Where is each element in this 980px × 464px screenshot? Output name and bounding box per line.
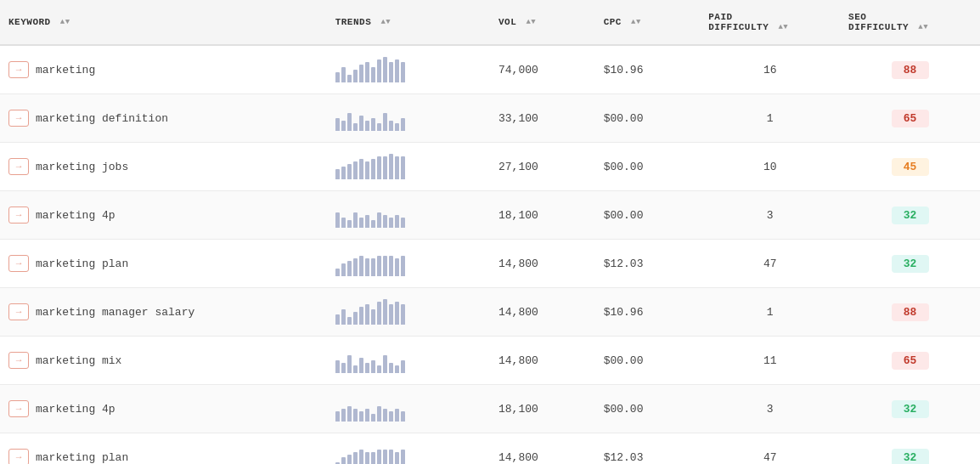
col-header-trends[interactable]: Trends ▲▼ xyxy=(327,0,490,45)
link-icon[interactable]: → xyxy=(8,207,29,224)
col-header-seo[interactable]: SEODifficulty ▲▼ xyxy=(840,0,980,45)
trend-bar xyxy=(341,457,346,464)
trend-bar xyxy=(365,121,369,131)
sort-icon-cpc[interactable]: ▲▼ xyxy=(631,20,641,25)
sort-icon-keyword[interactable]: ▲▼ xyxy=(60,20,70,25)
trend-bar xyxy=(401,450,405,464)
col-header-vol[interactable]: Vol ▲▼ xyxy=(490,0,595,45)
trend-bar xyxy=(371,309,375,325)
trend-bar xyxy=(389,218,393,228)
sort-icon-vol[interactable]: ▲▼ xyxy=(526,20,536,25)
table-row: → marketing manager salary 14,800$10.961… xyxy=(0,288,980,337)
trend-bar xyxy=(377,365,381,373)
trend-bar xyxy=(335,269,340,276)
trend-bars xyxy=(335,251,482,276)
trend-bar xyxy=(359,218,363,228)
trend-bar xyxy=(389,304,393,325)
link-icon[interactable]: → xyxy=(8,158,29,175)
trend-bar xyxy=(359,116,363,131)
trend-bar xyxy=(383,57,387,82)
trend-bar xyxy=(335,360,340,373)
sort-icon-trends[interactable]: ▲▼ xyxy=(380,20,391,25)
cpc-cell: $12.03 xyxy=(595,433,701,465)
trend-bars xyxy=(335,154,482,179)
trend-bar xyxy=(383,355,387,373)
trend-bar xyxy=(371,67,375,82)
sort-icon-seo[interactable]: ▲▼ xyxy=(918,25,928,30)
cpc-cell: $12.03 xyxy=(595,240,701,288)
trend-bar xyxy=(395,123,399,131)
seo-difficulty-cell: 65 xyxy=(840,337,980,385)
trend-bar xyxy=(347,355,352,373)
keyword-cell: → marketing 4p xyxy=(0,385,327,433)
trends-cell xyxy=(327,94,490,143)
link-icon[interactable]: → xyxy=(8,303,29,320)
trend-bar xyxy=(335,72,340,82)
link-icon[interactable]: → xyxy=(8,449,29,464)
trend-bar xyxy=(377,123,381,131)
cpc-cell: $00.00 xyxy=(595,191,701,240)
trend-bar xyxy=(353,161,358,179)
seo-badge: 32 xyxy=(892,449,929,465)
vol-cell: 33,100 xyxy=(490,94,595,143)
trend-bar xyxy=(365,62,369,82)
keyword-text: marketing mix xyxy=(36,354,121,367)
link-icon[interactable]: → xyxy=(8,255,29,272)
seo-difficulty-cell: 45 xyxy=(840,143,980,191)
keyword-cell: → marketing 4p xyxy=(0,191,327,240)
trend-bar xyxy=(365,409,369,422)
link-icon[interactable]: → xyxy=(8,400,29,417)
trend-bar xyxy=(371,118,375,131)
trend-bar xyxy=(365,363,369,373)
keyword-cell: → marketing definition xyxy=(0,94,327,143)
trend-bar xyxy=(335,118,340,131)
trend-bars xyxy=(335,57,482,82)
table-row: → marketing jobs 27,100$00.001045 xyxy=(0,143,980,191)
trend-bar xyxy=(341,409,346,422)
trend-bar xyxy=(365,215,369,228)
trend-bar xyxy=(395,156,399,179)
trend-bar xyxy=(377,256,381,276)
trend-bar xyxy=(371,452,375,464)
keyword-text: marketing plan xyxy=(36,257,128,270)
trend-bar xyxy=(359,358,363,373)
link-icon[interactable]: → xyxy=(8,61,29,78)
trend-bar xyxy=(377,59,381,82)
trend-bar xyxy=(383,113,387,131)
trend-bar xyxy=(389,154,393,179)
seo-badge: 88 xyxy=(892,303,929,321)
trends-cell xyxy=(327,433,490,465)
keyword-cell: → marketing jobs xyxy=(0,143,327,191)
trend-bar xyxy=(347,317,352,325)
sort-icon-paid[interactable]: ▲▼ xyxy=(778,25,788,30)
link-icon[interactable]: → xyxy=(8,110,29,127)
trend-bar xyxy=(389,121,393,131)
trend-bar xyxy=(395,365,399,373)
col-header-keyword[interactable]: Keyword ▲▼ xyxy=(0,0,327,45)
trend-bar xyxy=(341,167,346,179)
trend-bar xyxy=(383,409,387,422)
cpc-cell: $10.96 xyxy=(595,288,701,337)
cpc-cell: $00.00 xyxy=(595,143,701,191)
table-row: → marketing 4p 18,100$00.00332 xyxy=(0,385,980,433)
trend-bar xyxy=(347,75,352,82)
col-header-paid[interactable]: PaidDifficulty ▲▼ xyxy=(700,0,840,45)
trend-bar xyxy=(359,65,363,82)
trend-bar xyxy=(389,450,393,464)
trend-bar xyxy=(389,363,393,373)
table-row: → marketing plan 14,800$12.034732 xyxy=(0,240,980,288)
trend-bar xyxy=(347,406,352,422)
trend-bar xyxy=(335,314,340,325)
trend-bar xyxy=(341,363,346,373)
trends-cell xyxy=(327,288,490,337)
seo-badge: 32 xyxy=(892,255,929,273)
col-header-cpc[interactable]: CPC ▲▼ xyxy=(595,0,701,45)
seo-badge: 65 xyxy=(892,110,929,127)
trend-bar xyxy=(341,263,346,276)
trend-bar xyxy=(371,258,375,276)
trend-bar xyxy=(383,215,387,228)
link-icon[interactable]: → xyxy=(8,352,29,369)
seo-difficulty-cell: 65 xyxy=(840,94,980,143)
trend-bar xyxy=(335,411,340,422)
trend-bar xyxy=(395,452,399,464)
